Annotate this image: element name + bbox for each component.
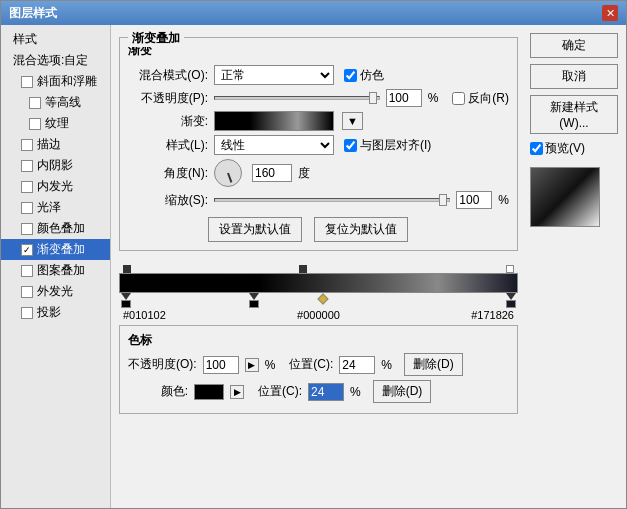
- dialog-title: 图层样式: [9, 5, 57, 22]
- sidebar-item-texture[interactable]: 纹理: [1, 113, 110, 134]
- sidebar-label-gradientoverlay: 渐变叠加: [37, 241, 85, 258]
- top-stop-left[interactable]: [123, 265, 131, 273]
- colorstop-delete-btn1[interactable]: 删除(D): [404, 353, 463, 376]
- angle-input[interactable]: [252, 164, 292, 182]
- opacity-input[interactable]: [386, 89, 422, 107]
- innershadow-checkbox[interactable]: [21, 160, 33, 172]
- top-stop-right[interactable]: [506, 265, 514, 273]
- colorstop-pos-input2[interactable]: [308, 383, 344, 401]
- dropshadow-checkbox[interactable]: [21, 307, 33, 319]
- align-row: 与图层对齐(I): [344, 137, 431, 154]
- gradient-dropdown-btn[interactable]: ▼: [342, 112, 363, 130]
- sidebar-label-mixoptions: 混合选项:自定: [13, 52, 88, 69]
- sidebar-item-patternoverlay[interactable]: 图案叠加: [1, 260, 110, 281]
- stop-label-2: #000000: [297, 309, 340, 321]
- scale-unit: %: [498, 193, 509, 207]
- sidebar-label-contour: 等高线: [45, 94, 81, 111]
- stroke-checkbox[interactable]: [21, 139, 33, 151]
- colorstop-opacity-input[interactable]: [203, 356, 239, 374]
- colorstop-pos-input1[interactable]: [339, 356, 375, 374]
- sidebar-item-outerglow[interactable]: 外发光: [1, 281, 110, 302]
- new-style-button[interactable]: 新建样式(W)...: [530, 95, 618, 134]
- scale-label: 缩放(S):: [128, 192, 208, 209]
- scale-thumb[interactable]: [439, 194, 447, 206]
- angle-knob[interactable]: [214, 159, 242, 187]
- reset-default-button[interactable]: 复位为默认值: [314, 217, 408, 242]
- stop-labels-row: #010102 #000000 #171826: [119, 309, 518, 321]
- group-title: 渐变叠加: [128, 30, 184, 47]
- style-select[interactable]: 线性: [214, 135, 334, 155]
- reverse-label: 反向(R): [468, 90, 509, 107]
- sidebar-item-stroke[interactable]: 描边: [1, 134, 110, 155]
- cancel-button[interactable]: 取消: [530, 64, 618, 89]
- sidebar-item-innerglow[interactable]: 内发光: [1, 176, 110, 197]
- preview-checkbox[interactable]: [530, 142, 543, 155]
- top-markers-row: [119, 261, 518, 273]
- color-swatch-arrow[interactable]: ▶: [230, 385, 244, 399]
- sidebar-item-dropshadow[interactable]: 投影: [1, 302, 110, 323]
- reverse-row: 反向(R): [452, 90, 509, 107]
- title-bar: 图层样式 ✕: [1, 1, 626, 25]
- sidebar-item-bevel[interactable]: 斜面和浮雕: [1, 71, 110, 92]
- colorstop-color-label: 颜色:: [128, 383, 188, 400]
- colorstop-opacity-arrow[interactable]: ▶: [245, 358, 259, 372]
- scale-input[interactable]: [456, 191, 492, 209]
- scale-slider[interactable]: [214, 198, 450, 202]
- ok-button[interactable]: 确定: [530, 33, 618, 58]
- bottom-stop-2[interactable]: [249, 293, 259, 308]
- opacity-slider[interactable]: [214, 96, 380, 100]
- sidebar-item-styles[interactable]: 样式: [1, 29, 110, 50]
- blend-mode-select[interactable]: 正常: [214, 65, 334, 85]
- innerglow-checkbox[interactable]: [21, 181, 33, 193]
- sidebar-label-coloroverlay: 颜色叠加: [37, 220, 85, 237]
- opacity-thumb[interactable]: [369, 92, 377, 104]
- sidebar-item-satin[interactable]: 光泽: [1, 197, 110, 218]
- colorstop-opacity-label: 不透明度(O):: [128, 356, 197, 373]
- sidebar-item-coloroverlay[interactable]: 颜色叠加: [1, 218, 110, 239]
- gradientoverlay-checkbox[interactable]: [21, 244, 33, 256]
- reverse-checkbox[interactable]: [452, 92, 465, 105]
- gradient-picker[interactable]: [214, 111, 334, 131]
- coloroverlay-checkbox[interactable]: [21, 223, 33, 235]
- close-button[interactable]: ✕: [602, 5, 618, 21]
- patternoverlay-checkbox[interactable]: [21, 265, 33, 277]
- sidebar-item-gradientoverlay[interactable]: 渐变叠加: [1, 239, 110, 260]
- bottom-stop-3[interactable]: [506, 293, 516, 308]
- top-stop-mid[interactable]: [299, 265, 307, 273]
- sidebar-item-contour[interactable]: 等高线: [1, 92, 110, 113]
- dither-label: 仿色: [360, 67, 384, 84]
- sidebar-label-dropshadow: 投影: [37, 304, 61, 321]
- stop-label-3: #171826: [471, 309, 514, 321]
- blend-mode-label: 混合模式(O):: [128, 67, 208, 84]
- sidebar-label-satin: 光泽: [37, 199, 61, 216]
- sidebar-label-bevel: 斜面和浮雕: [37, 73, 97, 90]
- bevel-checkbox[interactable]: [21, 76, 33, 88]
- colorstop-delete-btn2[interactable]: 删除(D): [373, 380, 432, 403]
- opacity-unit: %: [428, 91, 439, 105]
- color-stop-section: 色标 不透明度(O): ▶ % 位置(C): % 删除(D) 颜色:: [119, 325, 518, 414]
- sidebar-item-mixoptions[interactable]: 混合选项:自定: [1, 50, 110, 71]
- outerglow-checkbox[interactable]: [21, 286, 33, 298]
- set-default-button[interactable]: 设置为默认值: [208, 217, 302, 242]
- sidebar-label-texture: 纹理: [45, 115, 69, 132]
- style-row: 样式(L): 线性 与图层对齐(I): [128, 135, 509, 155]
- dither-checkbox[interactable]: [344, 69, 357, 82]
- colorstop-pos-label2: 位置(C):: [258, 383, 302, 400]
- sidebar: 样式 混合选项:自定 斜面和浮雕 等高线 纹理 描边: [1, 25, 111, 508]
- preview-box: [530, 167, 600, 227]
- texture-checkbox[interactable]: [29, 118, 41, 130]
- gradient-label: 渐变:: [128, 113, 208, 130]
- align-checkbox[interactable]: [344, 139, 357, 152]
- gradient-overlay-group: 渐变叠加 渐变 混合模式(O): 正常 仿色 不透明度(P):: [119, 37, 518, 251]
- bottom-stop-1[interactable]: [121, 293, 131, 308]
- opacity-row: 不透明度(P): % 反向(R): [128, 89, 509, 107]
- bottom-markers-row: [119, 293, 518, 309]
- sidebar-item-innershadow[interactable]: 内阴影: [1, 155, 110, 176]
- gradient-full-bar[interactable]: [119, 273, 518, 293]
- contour-checkbox[interactable]: [29, 97, 41, 109]
- color-swatch[interactable]: [194, 384, 224, 400]
- satin-checkbox[interactable]: [21, 202, 33, 214]
- midpoint-diamond[interactable]: [317, 293, 328, 304]
- gradient-preview: [215, 112, 333, 130]
- gradient-editor-area: #010102 #000000 #171826 色标 不透明度(O): ▶ % …: [119, 261, 518, 414]
